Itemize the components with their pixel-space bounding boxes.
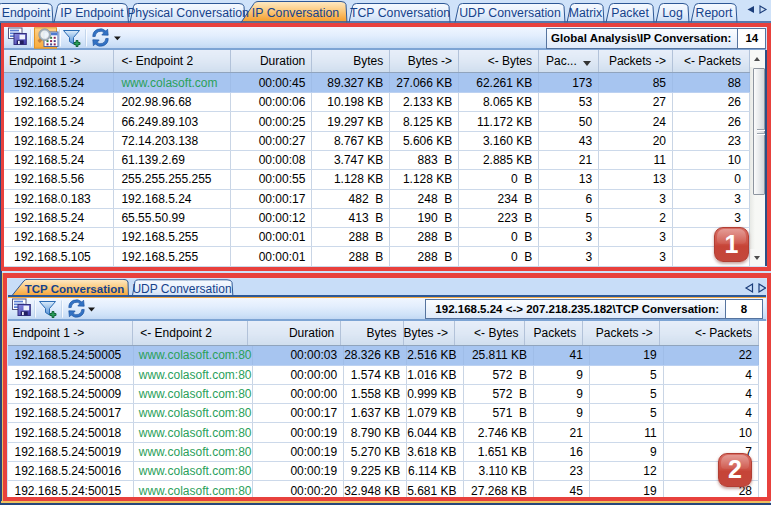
svg-text:TCP Conversation: TCP Conversation: [350, 6, 450, 20]
svg-text:UDP Conversation: UDP Conversation: [459, 6, 561, 20]
svg-text:Endpoint: Endpoint: [2, 6, 51, 20]
svg-text:IP Conversation: IP Conversation: [252, 6, 339, 20]
svg-text:Packet: Packet: [611, 6, 649, 20]
svg-text:IP Endpoint: IP Endpoint: [60, 6, 124, 20]
svg-text:Log: Log: [662, 6, 683, 20]
svg-text:Report: Report: [696, 6, 733, 20]
svg-text:Matrix: Matrix: [569, 6, 603, 20]
svg-text:Physical Conversation: Physical Conversation: [127, 6, 249, 20]
